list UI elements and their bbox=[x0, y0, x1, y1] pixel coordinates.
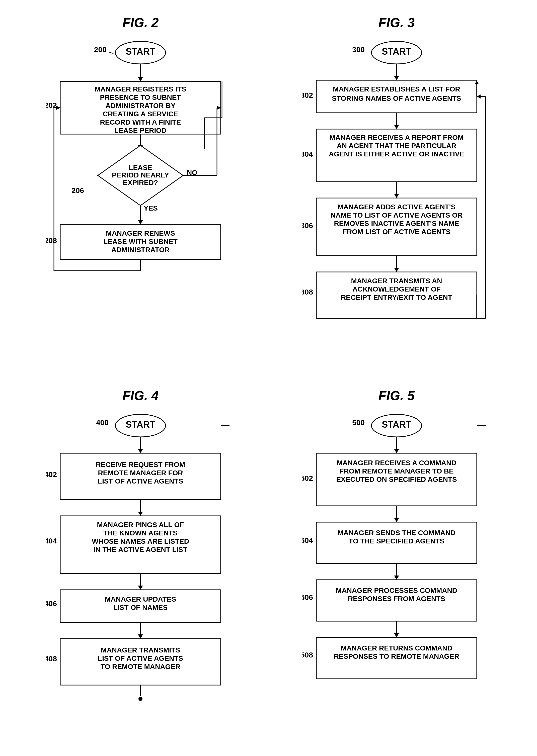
svg-text:ADMINISTRATOR: ADMINISTRATOR bbox=[111, 246, 170, 254]
svg-marker-52 bbox=[394, 194, 399, 198]
svg-text:RECEIVE REQUEST FROM: RECEIVE REQUEST FROM bbox=[96, 461, 185, 469]
svg-text:LEASE WITH SUBNET: LEASE WITH SUBNET bbox=[103, 238, 178, 246]
svg-text:MANAGER REGISTERS ITS: MANAGER REGISTERS ITS bbox=[95, 85, 186, 93]
svg-marker-73 bbox=[138, 449, 143, 453]
svg-text:ACKNOWLEDGEMENT OF: ACKNOWLEDGEMENT OF bbox=[352, 285, 441, 293]
svg-marker-46 bbox=[394, 125, 399, 129]
svg-marker-38 bbox=[394, 76, 399, 80]
svg-text:NAME TO LIST OF ACTIVE AGENTS : NAME TO LIST OF ACTIVE AGENTS OR bbox=[331, 211, 463, 219]
fig2-yes-label: YES bbox=[144, 204, 158, 212]
fig4-ref400: 400 bbox=[96, 418, 108, 427]
svg-text:RESPONSES TO REMOTE MANAGER: RESPONSES TO REMOTE MANAGER bbox=[334, 653, 459, 660]
svg-text:START: START bbox=[382, 46, 411, 57]
svg-text:MANAGER RECEIVES A COMMAND: MANAGER RECEIVES A COMMAND bbox=[337, 459, 456, 467]
svg-text:EXECUTED ON SPECIFIED AGENTS: EXECUTED ON SPECIFIED AGENTS bbox=[336, 475, 457, 483]
fig5-diagram: FIG. 5 START 500 MANAGER RECEIVES A COMM… bbox=[276, 388, 517, 741]
fig5-ref504: 504 bbox=[303, 536, 313, 545]
svg-marker-68 bbox=[477, 94, 480, 98]
svg-point-97 bbox=[139, 697, 143, 701]
fig5-title: FIG. 5 bbox=[379, 388, 415, 403]
svg-marker-113 bbox=[394, 576, 399, 580]
fig5-ref506: 506 bbox=[303, 593, 313, 601]
svg-text:MANAGER UPDATES: MANAGER UPDATES bbox=[105, 595, 176, 603]
svg-text:AGENT IS EITHER ACTIVE OR INAC: AGENT IS EITHER ACTIVE OR INACTIVE bbox=[329, 150, 464, 158]
svg-text:TO THE SPECIFIED AGENTS: TO THE SPECIFIED AGENTS bbox=[349, 537, 444, 545]
svg-text:CREATING A SERVICE: CREATING A SERVICE bbox=[103, 110, 178, 118]
svg-text:REMOTE MANAGER FOR: REMOTE MANAGER FOR bbox=[98, 469, 183, 477]
fig3-diagram: FIG. 3 START 300 MANAGER ESTABLISHES A L… bbox=[276, 15, 517, 368]
fig3-ref306: 306 bbox=[303, 221, 313, 230]
svg-text:MANAGER PROCESSES COMMAND: MANAGER PROCESSES COMMAND bbox=[336, 586, 457, 594]
svg-text:MANAGER RENEWS: MANAGER RENEWS bbox=[106, 229, 175, 237]
svg-text:MANAGER ADDS ACTIVE AGENT'S: MANAGER ADDS ACTIVE AGENT'S bbox=[338, 203, 455, 211]
svg-text:PERIOD NEARLY: PERIOD NEARLY bbox=[112, 171, 169, 179]
svg-text:ADMINISTRATOR BY: ADMINISTRATOR BY bbox=[105, 102, 176, 110]
svg-text:LIST OF NAMES: LIST OF NAMES bbox=[113, 604, 168, 611]
svg-marker-102 bbox=[394, 449, 399, 453]
fig2-ref208: 208 bbox=[46, 236, 57, 245]
fig5-ref508: 508 bbox=[303, 651, 313, 659]
fig2-ref200: 200 bbox=[94, 45, 106, 54]
svg-text:LEASE: LEASE bbox=[129, 164, 152, 171]
svg-text:LIST OF ACTIVE AGENTS: LIST OF ACTIVE AGENTS bbox=[98, 655, 183, 662]
svg-text:MANAGER RECEIVES A REPORT FROM: MANAGER RECEIVES A REPORT FROM bbox=[329, 133, 464, 141]
fig4-ref406: 406 bbox=[46, 599, 57, 608]
svg-marker-2 bbox=[138, 77, 143, 82]
svg-text:REMOVES INACTIVE AGENT'S NAME: REMOVES INACTIVE AGENT'S NAME bbox=[334, 220, 459, 227]
svg-marker-91 bbox=[138, 634, 143, 639]
fig2-title: FIG. 2 bbox=[122, 15, 158, 30]
svg-marker-79 bbox=[138, 511, 143, 516]
svg-text:FROM REMOTE MANAGER TO BE: FROM REMOTE MANAGER TO BE bbox=[339, 467, 453, 475]
svg-text:RECORD WITH A FINITE: RECORD WITH A FINITE bbox=[100, 118, 181, 126]
svg-text:MANAGER PINGS ALL OF: MANAGER PINGS ALL OF bbox=[97, 521, 184, 529]
fig4-ref402: 402 bbox=[46, 470, 57, 478]
svg-text:FROM LIST OF ACTIVE AGENTS: FROM LIST OF ACTIVE AGENTS bbox=[343, 228, 450, 236]
svg-text:WHOSE NAMES ARE LISTED: WHOSE NAMES ARE LISTED bbox=[92, 537, 189, 545]
fig3-ref302: 302 bbox=[303, 91, 313, 99]
svg-marker-86 bbox=[138, 586, 143, 590]
fig2-ref206: 206 bbox=[71, 186, 84, 195]
svg-text:MANAGER RETURNS COMMAND: MANAGER RETURNS COMMAND bbox=[341, 644, 452, 652]
fig5-ref500: 500 bbox=[352, 418, 365, 427]
svg-text:MANAGER SENDS THE COMMAND: MANAGER SENDS THE COMMAND bbox=[338, 529, 455, 537]
fig4-ref408: 408 bbox=[46, 655, 57, 663]
svg-text:START: START bbox=[382, 419, 411, 430]
svg-marker-25 bbox=[138, 220, 143, 224]
svg-text:RECEIPT ENTRY/EXIT TO AGENT: RECEIPT ENTRY/EXIT TO AGENT bbox=[341, 293, 452, 301]
fig4-diagram: FIG. 4 START 400 RECEIVE REQUEST FROM RE… bbox=[20, 388, 261, 741]
svg-text:TO REMOTE MANAGER: TO REMOTE MANAGER bbox=[101, 663, 180, 670]
fig2-diagram: FIG. 2 START 200 MANAGER REGISTERS ITS P… bbox=[20, 15, 261, 368]
svg-text:START: START bbox=[126, 419, 155, 430]
svg-text:RESPONSES FROM AGENTS: RESPONSES FROM AGENTS bbox=[348, 595, 445, 603]
svg-text:IN THE ACTIVE AGENT LIST: IN THE ACTIVE AGENT LIST bbox=[94, 546, 187, 553]
svg-text:LEASE PERIOD: LEASE PERIOD bbox=[114, 127, 167, 134]
svg-marker-118 bbox=[394, 633, 399, 637]
svg-text:LIST OF ACTIVE AGENTS: LIST OF ACTIVE AGENTS bbox=[98, 477, 183, 485]
fig3-ref308: 308 bbox=[303, 288, 313, 296]
svg-marker-59 bbox=[394, 268, 399, 272]
svg-text:MANAGER ESTABLISHES A LIST FOR: MANAGER ESTABLISHES A LIST FOR bbox=[333, 85, 460, 93]
fig3-ref300: 300 bbox=[352, 45, 365, 54]
svg-text:PRESENCE TO SUBNET: PRESENCE TO SUBNET bbox=[100, 94, 181, 101]
fig5-ref502: 502 bbox=[303, 474, 313, 482]
fig3-title: FIG. 3 bbox=[379, 15, 415, 30]
svg-text:EXPIRED?: EXPIRED? bbox=[123, 179, 158, 186]
fig3-ref304: 304 bbox=[303, 150, 313, 158]
fig4-title: FIG. 4 bbox=[122, 388, 158, 403]
svg-marker-108 bbox=[394, 518, 399, 522]
svg-text:MANAGER TRANSMITS: MANAGER TRANSMITS bbox=[101, 646, 180, 654]
svg-text:STORING NAMES OF ACTIVE AGENTS: STORING NAMES OF ACTIVE AGENTS bbox=[332, 94, 461, 102]
fig2-start: START bbox=[126, 46, 155, 57]
svg-text:THE KNOWN AGENTS: THE KNOWN AGENTS bbox=[103, 529, 178, 537]
svg-text:AN AGENT THAT THE PARTICULAR: AN AGENT THAT THE PARTICULAR bbox=[337, 142, 456, 150]
svg-text:MANAGER TRANSMITS AN: MANAGER TRANSMITS AN bbox=[351, 277, 442, 285]
fig4-ref404: 404 bbox=[46, 537, 57, 545]
svg-marker-34 bbox=[56, 106, 61, 110]
